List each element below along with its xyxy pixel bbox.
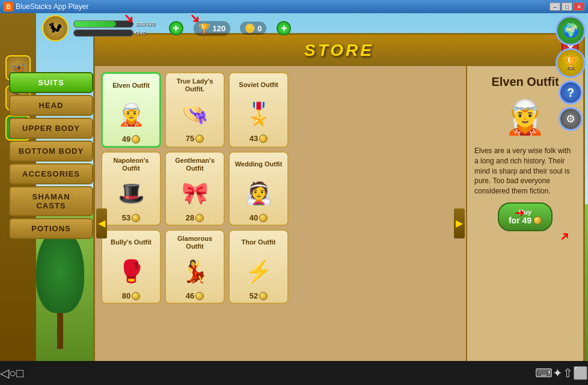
store-title: STORE (101, 41, 577, 60)
health-label: 300/420 (135, 21, 155, 27)
scroll-right-arrow[interactable]: ▶ (454, 208, 465, 238)
item-image: 🎩 (113, 177, 149, 210)
app-icon: B (4, 2, 13, 11)
items-row-3: Bully's Outfit 🥊 80 Glamorous Outfit 💃 4… (101, 229, 460, 304)
items-row-1: Elven Outfit 🧝 49 True Lady's Outfit. 👒 … (101, 72, 460, 148)
item-price: 75 (186, 134, 204, 143)
item-name: Glamorous Outfit (168, 234, 221, 251)
item-image: 👒 (177, 97, 213, 130)
item-name: Soviet Outfit (239, 77, 278, 94)
items-grid: Elven Outfit 🧝 49 True Lady's Outfit. 👒 … (95, 66, 466, 380)
buy-arrow-1: ➜ (515, 205, 525, 220)
item-name: Wedding Outfit (235, 156, 283, 173)
trophy-icon: 🏆 (198, 23, 210, 34)
taskbar-screen[interactable]: ⬜ (573, 366, 588, 380)
item-napoleon-outfit[interactable]: Napoleon's Outfit 🎩 53 (101, 151, 161, 226)
item-name: True Lady's Outfit. (168, 77, 221, 94)
store-body: Elven Outfit 🧝 49 True Lady's Outfit. 👒 … (95, 66, 583, 380)
items-row-2: Napoleon's Outfit 🎩 53 Gentleman's Outfi… (101, 151, 460, 226)
item-name: Napoleon's Outfit (105, 156, 158, 173)
item-soviet-outfit[interactable]: Soviet Outfit 🎖️ 43 (228, 72, 289, 148)
taskbar-share[interactable]: ⇧ (563, 366, 573, 380)
trophy-amount: 120 (213, 24, 226, 33)
item-image: 💃 (177, 255, 213, 288)
coin-currency: 🪙 0 (240, 22, 266, 35)
item-bully-outfit[interactable]: Bully's Outfit 🥊 80 (101, 229, 161, 304)
minimize-button[interactable]: – (550, 2, 560, 11)
title-bar-controls: – □ ✕ (550, 2, 584, 11)
settings-icon[interactable]: ⚙ (559, 107, 583, 131)
top-hud: 🐿 300/420 0/40 + 🏆 120 🪙 0 + ➜ ➜ (36, 13, 552, 43)
item-image: 🥊 (113, 255, 149, 288)
trophy-icon-right[interactable]: 🏆 (556, 48, 586, 78)
taskbar-keyboard[interactable]: ⌨ (535, 366, 553, 380)
trophy-currency: 🏆 120 (194, 21, 231, 36)
item-name: Bully's Outfit (111, 234, 152, 251)
item-price: 80 (122, 291, 140, 300)
item-price: 53 (122, 213, 140, 222)
item-gentleman-outfit[interactable]: Gentleman's Outfit 🎀 28 (165, 151, 225, 226)
help-icon[interactable]: ? (559, 80, 583, 105)
detail-title: Elven Outfit (491, 75, 559, 89)
item-name: Gentleman's Outfit (168, 156, 221, 173)
item-name: Thor Outfit (242, 234, 276, 251)
health-bar-area: 300/420 0/40 (73, 20, 155, 37)
taskbar-recent[interactable]: □ (16, 366, 23, 380)
globe-icon[interactable]: 🌍 (556, 16, 586, 46)
coin-amount: 0 (257, 24, 262, 33)
nav-bottom-body[interactable]: BOTTOM BODY (9, 141, 93, 162)
title-bar-text: BlueStacks App Player (16, 2, 550, 11)
coin-plus-button[interactable]: + (277, 21, 291, 35)
item-price: 43 (250, 134, 268, 143)
character-avatar: 🐿 (42, 15, 69, 41)
item-name: Elven Outfit (112, 77, 150, 94)
window-close-button[interactable]: ✕ (574, 2, 584, 11)
nav-potions[interactable]: POTIONS (9, 218, 93, 239)
item-thor-outfit[interactable]: Thor Outfit ⚡ 52 (228, 229, 289, 304)
item-price: 49 (122, 135, 140, 144)
coin-icon: 🪙 (245, 23, 255, 33)
item-image: 👰 (240, 177, 277, 210)
item-image: 🎖️ (240, 97, 277, 130)
nav-menu: SUITS HEAD UPPER BODY BOTTOM BODY ACCESO… (0, 72, 99, 239)
taskbar-location[interactable]: ✦ (553, 366, 563, 380)
item-price: 40 (250, 213, 268, 222)
detail-description: Elves are a very wise folk with a long a… (474, 146, 576, 196)
health-fill (74, 21, 116, 27)
exp-label: 0/40 (135, 30, 146, 36)
buy-button[interactable]: Buy for 49 (498, 202, 553, 231)
exp-bar (73, 29, 133, 37)
item-truelady-outfit[interactable]: True Lady's Outfit. 👒 75 (165, 72, 225, 148)
right-hud-icons: 🌍 🏆 ? ⚙ (553, 13, 588, 133)
item-price: 52 (250, 291, 268, 300)
item-glamorous-outfit[interactable]: Glamorous Outfit 💃 46 (165, 229, 225, 304)
nav-shaman-casts[interactable]: SHAMAN CASTS (9, 186, 93, 216)
nav-accessories[interactable]: ACCESORIES (9, 163, 93, 184)
taskbar: ◁ ○ □ ⌨ ✦ ⇧ ⬜ (0, 361, 588, 385)
item-elven-outfit[interactable]: Elven Outfit 🧝 49 (101, 72, 161, 148)
store-overlay: STORE ✕ Elven Outfit 🧝 49 True Lady's Ou… (93, 33, 585, 382)
buy-price: for 49 (509, 216, 542, 225)
buy-arrow-2: ➜ (556, 227, 574, 244)
nav-upper-body[interactable]: UPPER BODY (9, 118, 93, 139)
item-image: 🎀 (177, 177, 213, 210)
title-bar: B BlueStacks App Player – □ ✕ (0, 0, 588, 13)
item-image: 🧝 (113, 98, 149, 131)
taskbar-home[interactable]: ○ (9, 366, 16, 380)
item-price: 28 (186, 213, 204, 222)
item-price: 46 (186, 291, 204, 300)
nav-head[interactable]: HEAD (9, 95, 93, 116)
nav-suits[interactable]: SUITS (9, 72, 93, 93)
item-wedding-outfit[interactable]: Wedding Outfit 👰 40 (228, 151, 289, 226)
taskbar-back[interactable]: ◁ (0, 366, 9, 380)
health-plus-button[interactable]: + (169, 21, 183, 35)
maximize-button[interactable]: □ (562, 2, 572, 11)
detail-image: 🧝 (501, 95, 550, 140)
item-image: ⚡ (240, 255, 277, 288)
